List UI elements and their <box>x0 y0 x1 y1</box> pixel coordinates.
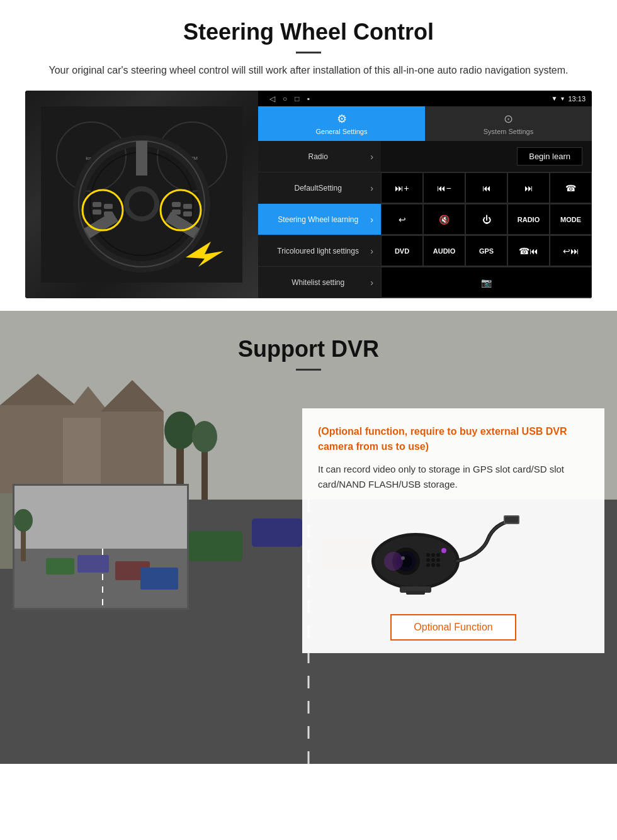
menu-whitelist-label: Whitelist setting <box>266 278 370 287</box>
dvr-info-card: (Optional function, require to buy exter… <box>302 408 604 653</box>
svg-rect-21 <box>183 204 192 209</box>
radio-mode-button[interactable]: RADIO <box>507 204 550 235</box>
svg-rect-49 <box>46 558 74 574</box>
svg-rect-15 <box>93 202 101 207</box>
menu-item-radio[interactable]: Radio › <box>258 141 381 172</box>
menu-item-default[interactable]: DefaultSetting › <box>258 172 381 204</box>
menu-icon: ▪ <box>307 94 310 103</box>
svg-point-71 <box>384 552 403 571</box>
chevron-icon-steering: › <box>370 215 373 225</box>
svg-point-60 <box>426 558 430 562</box>
dvd-button[interactable]: DVD <box>381 235 423 266</box>
svg-point-62 <box>436 558 440 562</box>
ctrl-row-3: DVD AUDIO GPS ☎⏮ ↩⏭ <box>381 235 592 267</box>
tab-general-label: General Settings <box>316 128 368 135</box>
prev-button[interactable]: ⏮ <box>465 172 507 203</box>
chevron-icon-whitelist: › <box>370 277 373 288</box>
dvr-left-panel <box>13 396 302 610</box>
tab-system-settings[interactable]: ⊙ System Settings <box>425 106 592 141</box>
phone-prev-button[interactable]: ☎⏮ <box>507 235 550 266</box>
camera-button[interactable]: 📷 <box>381 267 592 298</box>
android-screenshot: km/h RPM <box>25 91 592 298</box>
svg-point-64 <box>431 563 435 567</box>
vol-down-button[interactable]: ⏮− <box>423 172 465 203</box>
control-button-grid: Begin learn ⏭+ ⏮− ⏮ ⏭ ☎ ↩ 🔇 ⏻ <box>381 141 592 298</box>
begin-learn-button[interactable]: Begin learn <box>517 147 582 165</box>
mute-button[interactable]: 🔇 <box>423 204 465 235</box>
chevron-icon-default: › <box>370 183 373 193</box>
status-time: 13:13 <box>568 95 586 103</box>
power-button[interactable]: ⏻ <box>465 204 507 235</box>
menu-item-steering[interactable]: Steering Wheel learning › <box>258 204 381 235</box>
wifi-icon: ▼ <box>552 95 558 102</box>
phone-button[interactable]: ☎ <box>550 172 592 203</box>
dvr-thumbnail <box>13 484 189 610</box>
back-call-button[interactable]: ↩ <box>381 204 423 235</box>
svg-point-70 <box>441 548 446 553</box>
svg-rect-50 <box>140 568 178 590</box>
svg-rect-22 <box>183 211 192 216</box>
dvr-title-divider <box>296 369 321 371</box>
steering-wheel-svg: km/h RPM <box>41 106 242 283</box>
begin-learn-row: Begin learn <box>381 141 592 172</box>
dvr-title-area: Support DVR <box>0 311 617 383</box>
ctrl-row-4: 📷 <box>381 267 592 298</box>
status-bar: ◁ ○ □ ▪ ▼ ▾ 13:13 <box>258 91 592 106</box>
svg-rect-42 <box>14 486 189 549</box>
ctrl-row-1: ⏭+ ⏮− ⏮ ⏭ ☎ <box>381 172 592 204</box>
svg-rect-17 <box>104 204 113 209</box>
mode-button[interactable]: MODE <box>550 204 592 235</box>
menu-item-tricolour[interactable]: Tricoloured light settings › <box>258 235 381 267</box>
dvr-thumb-svg <box>14 486 189 610</box>
dvr-right-panel: (Optional function, require to buy exter… <box>302 396 604 653</box>
gps-button[interactable]: GPS <box>465 235 507 266</box>
tab-general-settings[interactable]: ⚙ General Settings <box>258 106 425 141</box>
svg-point-65 <box>436 563 440 567</box>
android-settings-panel: ◁ ○ □ ▪ ▼ ▾ 13:13 ⚙ General Settings ⊙ S… <box>258 91 592 298</box>
dvr-title: Support DVR <box>25 336 592 362</box>
title-divider <box>296 52 321 53</box>
chevron-icon-tricolour: › <box>370 246 373 256</box>
settings-menu: Radio › DefaultSetting › Steering Wheel … <box>258 141 381 298</box>
svg-point-12 <box>129 191 154 216</box>
square-icon: □ <box>295 94 299 103</box>
dvr-camera-svg <box>318 501 519 602</box>
system-icon: ⊙ <box>504 112 513 126</box>
chevron-icon-radio: › <box>370 152 373 162</box>
svg-rect-47 <box>77 555 109 573</box>
svg-point-59 <box>436 553 440 557</box>
ctrl-row-2: ↩ 🔇 ⏻ RADIO MODE <box>381 204 592 235</box>
gear-icon: ⚙ <box>337 112 347 126</box>
tab-system-label: System Settings <box>484 128 533 135</box>
svg-rect-16 <box>93 210 101 215</box>
audio-button[interactable]: AUDIO <box>423 235 465 266</box>
tab-bar: ⚙ General Settings ⊙ System Settings <box>258 106 592 141</box>
svg-point-63 <box>426 563 430 567</box>
back-next-button[interactable]: ↩⏭ <box>550 235 592 266</box>
svg-rect-18 <box>104 211 113 216</box>
settings-content: Radio › DefaultSetting › Steering Wheel … <box>258 141 592 298</box>
svg-rect-19 <box>172 202 181 207</box>
back-icon: ◁ <box>269 94 275 103</box>
signal-icon: ▾ <box>561 95 564 102</box>
dvr-description: It can record video only to storage in G… <box>318 462 589 492</box>
svg-rect-20 <box>172 210 181 215</box>
svg-rect-67 <box>505 517 518 523</box>
dvr-optional-btn-area: Optional Function <box>318 614 589 641</box>
vol-up-button[interactable]: ⏭+ <box>381 172 423 203</box>
steering-wheel-photo: km/h RPM <box>25 91 258 298</box>
menu-radio-label: Radio <box>266 152 370 161</box>
next-button[interactable]: ⏭ <box>507 172 550 203</box>
status-bar-left: ◁ ○ □ ▪ <box>269 94 310 103</box>
dvr-content: (Optional function, require to buy exter… <box>0 383 617 666</box>
svg-rect-69 <box>406 591 425 595</box>
optional-function-button[interactable]: Optional Function <box>390 614 516 641</box>
dvr-optional-notice: (Optional function, require to buy exter… <box>318 424 589 454</box>
menu-steering-label: Steering Wheel learning <box>266 215 370 224</box>
svg-point-57 <box>426 553 430 557</box>
home-icon: ○ <box>283 94 287 103</box>
svg-point-46 <box>14 509 33 532</box>
page-title: Steering Wheel Control <box>25 19 592 45</box>
menu-item-whitelist[interactable]: Whitelist setting › <box>258 267 381 298</box>
steering-section: Steering Wheel Control Your original car… <box>0 0 617 311</box>
